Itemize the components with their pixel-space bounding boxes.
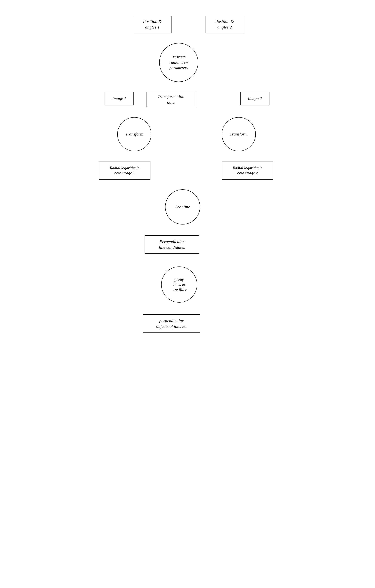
scanline-node: Scanline xyxy=(165,189,200,224)
extract-radial-node: Extractradial viewparameters xyxy=(159,43,198,82)
image1-node: Image 1 xyxy=(105,92,134,105)
transform2-node: Transform xyxy=(222,117,256,151)
radial-log2-node: Radial logarithmicdata image 2 xyxy=(222,161,273,180)
transform1-label: Transform xyxy=(125,131,143,137)
transformation-data-label: Transformationdata xyxy=(158,94,184,105)
group-lines-label: grouplines &size filter xyxy=(172,277,187,293)
position-angles-1-label: Position & angles 1 xyxy=(143,19,162,30)
image2-node: Image 2 xyxy=(240,92,269,105)
transform1-node: Transform xyxy=(117,117,152,151)
radial-log2-label: Radial logarithmicdata image 2 xyxy=(233,165,263,176)
perpendicular-objects-node: perpendicularobjects of interest xyxy=(143,314,200,333)
transform2-label: Transform xyxy=(230,131,248,137)
svg-line-1 xyxy=(198,33,224,63)
radial-log1-label: Radial logarithmicdata image 1 xyxy=(110,165,140,176)
position-angles-2-node: Position &angles 2 xyxy=(205,16,244,33)
image2-label: Image 2 xyxy=(248,96,262,102)
svg-line-9 xyxy=(126,179,178,189)
svg-line-2 xyxy=(171,82,179,92)
scanline-label: Scanline xyxy=(175,204,190,210)
position-angles-2-label: Position &angles 2 xyxy=(215,19,234,30)
perpendicular-lines-node: Perpendicularline candidates xyxy=(145,235,199,254)
transformation-data-node: Transformationdata xyxy=(147,92,195,107)
image1-label: Image 1 xyxy=(112,96,126,102)
perpendicular-lines-label: Perpendicularline candidates xyxy=(159,239,185,250)
perpendicular-objects-label: perpendicularobjects of interest xyxy=(156,318,187,329)
radial-log1-node: Radial logarithmicdata image 1 xyxy=(99,161,151,180)
svg-line-10 xyxy=(199,179,249,189)
group-lines-node: grouplines &size filter xyxy=(161,266,197,303)
position-angles-1-node: Position & angles 1 xyxy=(133,16,172,33)
extract-radial-label: Extractradial viewparameters xyxy=(169,54,188,71)
